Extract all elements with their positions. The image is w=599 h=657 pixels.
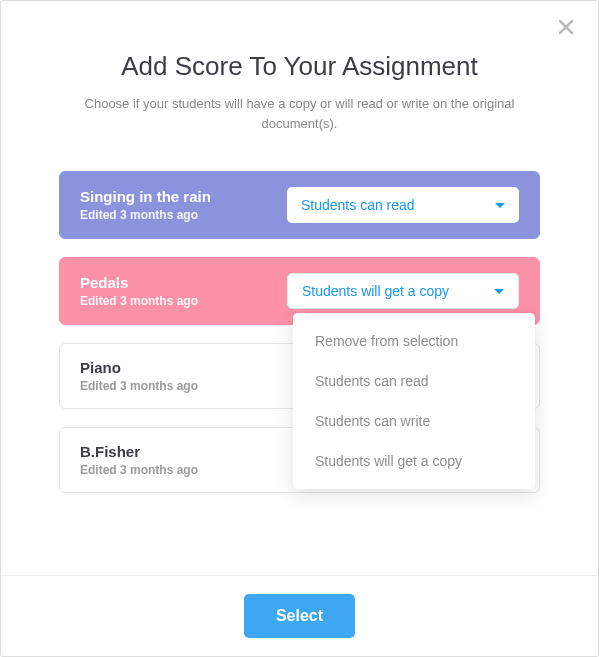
score-meta: Edited 3 months ago [80,208,211,222]
score-row: Singing in the rain Edited 3 months ago … [59,171,540,239]
dropdown-option-write[interactable]: Students can write [293,401,535,441]
score-info: B.Fisher Edited 3 months ago [80,443,198,477]
permission-select[interactable]: Students will get a copy [287,273,519,309]
score-info: Singing in the rain Edited 3 months ago [80,188,211,222]
permission-select[interactable]: Students can read [287,187,519,223]
dropdown-option-copy[interactable]: Students will get a copy [293,441,535,481]
score-meta: Edited 3 months ago [80,379,198,393]
modal-subtitle: Choose if your students will have a copy… [50,94,550,133]
modal-footer: Select [1,575,598,656]
modal-header: Add Score To Your Assignment Choose if y… [1,1,598,153]
score-title: B.Fisher [80,443,198,460]
score-list: Singing in the rain Edited 3 months ago … [1,153,598,575]
add-score-modal: Add Score To Your Assignment Choose if y… [0,0,599,657]
score-title: Pedals [80,274,198,291]
chevron-down-icon [494,289,504,294]
dropdown-option-read[interactable]: Students can read [293,361,535,401]
permission-dropdown: Remove from selection Students can read … [293,313,535,489]
score-meta: Edited 3 months ago [80,294,198,308]
dropdown-option-remove[interactable]: Remove from selection [293,321,535,361]
modal-title: Add Score To Your Assignment [31,51,568,82]
permission-select-value: Students can read [301,197,415,213]
select-button[interactable]: Select [244,594,355,638]
score-info: Pedals Edited 3 months ago [80,274,198,308]
permission-select-value: Students will get a copy [302,283,449,299]
score-title: Singing in the rain [80,188,211,205]
close-button[interactable] [556,19,576,39]
score-info: Piano Edited 3 months ago [80,359,198,393]
score-meta: Edited 3 months ago [80,463,198,477]
close-icon [558,19,574,39]
score-title: Piano [80,359,198,376]
chevron-down-icon [495,203,505,208]
